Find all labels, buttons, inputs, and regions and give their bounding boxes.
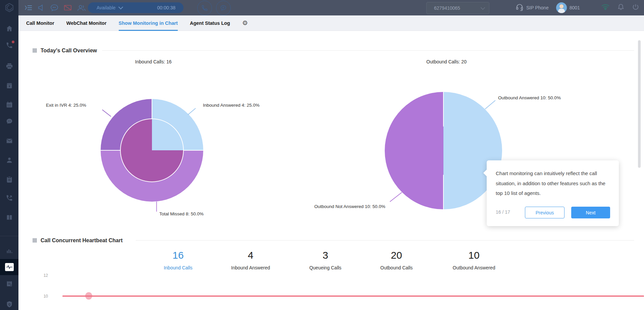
notepad-icon	[6, 280, 13, 287]
svg-text:¥: ¥	[8, 85, 10, 88]
label-line	[156, 202, 157, 212]
agent-status-pill[interactable]: Available 00:00:38	[88, 2, 183, 13]
cash-register-icon: ¥	[6, 82, 13, 89]
sidebar-item-worklog[interactable]	[0, 276, 18, 291]
printer-icon	[6, 62, 13, 70]
section-divider	[136, 240, 634, 241]
sidebar: ¥	[0, 0, 18, 310]
sidebar-item-calls[interactable]	[0, 38, 18, 53]
bell-icon[interactable]	[617, 3, 625, 12]
sidebar-item-knowledge[interactable]	[0, 210, 18, 225]
sidebar-item-mail[interactable]	[0, 134, 18, 148]
mail-blocked-icon[interactable]	[63, 4, 72, 11]
notification-badge	[12, 41, 14, 43]
previous-button[interactable]: Previous	[525, 207, 565, 218]
tour-popover: Chart monitoring can intuitively reflect…	[487, 160, 619, 226]
agent-extension: 8001	[570, 5, 580, 10]
calendar-icon	[6, 101, 13, 108]
section-bullet	[33, 238, 37, 243]
section-divider	[102, 50, 634, 51]
vertical-scrollbar[interactable]	[638, 40, 641, 168]
sidebar-item-monitoring[interactable]	[0, 259, 18, 275]
heartbeat-icon	[5, 263, 14, 271]
outbound-pie[interactable]	[385, 92, 502, 209]
svg-text:Q: Q	[8, 303, 10, 306]
inbound-pie-label-missed: Total Missed 8: 50.0%	[159, 211, 204, 216]
inbound-pie-label-ivr: Exit in IVR 4: 25.0%	[46, 103, 86, 108]
y-axis-tick-10: 10	[38, 294, 48, 299]
inbound-pie-title: Inbound Calls: 16	[135, 59, 172, 64]
phone-number-select[interactable]: 6279410065	[426, 2, 489, 14]
sip-phone-label: SIP Phone	[526, 5, 549, 10]
stat-queueing-calls[interactable]: 3 Queueing Calls	[309, 250, 341, 270]
chevron-down-icon	[481, 5, 485, 10]
settings-gear-icon[interactable]: ⚙	[242, 20, 248, 26]
next-button[interactable]: Next	[571, 207, 610, 218]
overview-section-title: Today's Call Overview	[41, 48, 97, 54]
sidebar-item-schedule[interactable]	[0, 97, 18, 112]
tab-agent-status-log[interactable]: Agent Status Log	[190, 15, 230, 31]
book-icon	[6, 214, 13, 221]
outbound-pie-label-answered: Outbound Answered 10: 50.0%	[498, 95, 561, 100]
sidebar-item-chat[interactable]	[0, 114, 18, 129]
phone-number-value: 6279410065	[434, 5, 460, 11]
sidebar-item-quality[interactable]: Q	[0, 297, 18, 310]
label-line	[485, 100, 496, 109]
shield-q-icon: Q	[6, 301, 13, 308]
new-chat-button[interactable]	[216, 1, 231, 15]
wifi-icon	[601, 3, 610, 12]
tab-webchat-monitor[interactable]: WebChat Monitor	[66, 15, 107, 31]
mail-icon	[6, 137, 13, 145]
inbound-pie-inner[interactable]	[120, 118, 184, 182]
outbound-call-icon	[6, 194, 13, 202]
tab-call-monitor[interactable]: Call Monitor	[26, 15, 54, 31]
agent-status-label: Available	[97, 5, 116, 10]
stat-inbound-answered[interactable]: 4 Inbound Answered	[231, 250, 270, 270]
sidebar-item-outbound[interactable]	[0, 191, 18, 205]
sidebar-item-home[interactable]	[0, 21, 18, 36]
user-icon	[6, 156, 13, 164]
topbar: Available 00:00:38 6279410065	[18, 0, 644, 15]
clipboard-icon	[6, 176, 13, 183]
power-icon[interactable]	[632, 3, 639, 12]
status-timer: 00:00:38	[157, 5, 176, 10]
label-line	[102, 109, 111, 116]
outbound-pie-label-not-answered: Outbound Not Answered 10: 50.0%	[314, 204, 385, 209]
chat-circle-icon	[220, 5, 227, 11]
dial-button[interactable]	[197, 1, 212, 15]
bar-chart-icon	[6, 247, 13, 255]
sidebar-item-contacts[interactable]	[0, 153, 18, 167]
speaker-icon[interactable]	[37, 4, 45, 12]
chevron-down-icon	[118, 5, 123, 9]
section-bullet	[33, 48, 37, 53]
heartbeat-section-title: Call Concurrent Heartbeat Chart	[41, 238, 123, 244]
inbound-pie-label-answered: Inbound Answered 4: 25.0%	[203, 103, 260, 108]
stat-inbound-calls[interactable]: 16 Inbound Calls	[164, 250, 193, 270]
stat-outbound-calls[interactable]: 20 Outbound Calls	[380, 250, 413, 270]
stat-outbound-answered[interactable]: 10 Outbound Answered	[453, 250, 495, 270]
app-window: ¥	[0, 0, 644, 310]
label-line	[390, 192, 402, 202]
home-icon	[6, 25, 13, 32]
headset-icon	[516, 3, 524, 12]
tab-show-monitoring-in-chart[interactable]: Show Monitoring in Chart	[119, 15, 178, 31]
tour-text: Chart monitoring can intuitively reflect…	[496, 168, 610, 198]
sidebar-divider	[0, 236, 18, 236]
queue-icon[interactable]	[24, 4, 33, 11]
chat-dots-icon[interactable]	[50, 4, 59, 12]
heartbeat-line	[62, 296, 644, 297]
sidebar-item-billing[interactable]: ¥	[0, 78, 18, 93]
chat-bubble-icon	[6, 118, 13, 125]
y-axis-tick-12: 12	[38, 273, 48, 278]
app-logo-icon	[4, 2, 15, 14]
sidebar-item-tasks[interactable]	[0, 172, 18, 187]
tour-step-counter: 16 / 17	[496, 209, 510, 215]
agents-icon[interactable]	[77, 4, 86, 12]
sidebar-item-reports[interactable]	[0, 244, 18, 258]
heartbeat-marker[interactable]	[85, 292, 92, 300]
monitor-tabbar: Call Monitor WebChat Monitor Show Monito…	[18, 15, 644, 31]
sidebar-item-fax[interactable]	[0, 59, 18, 73]
outbound-pie-title: Outbound Calls: 20	[426, 59, 467, 64]
phone-circle-icon	[201, 5, 208, 11]
avatar[interactable]	[556, 2, 567, 13]
